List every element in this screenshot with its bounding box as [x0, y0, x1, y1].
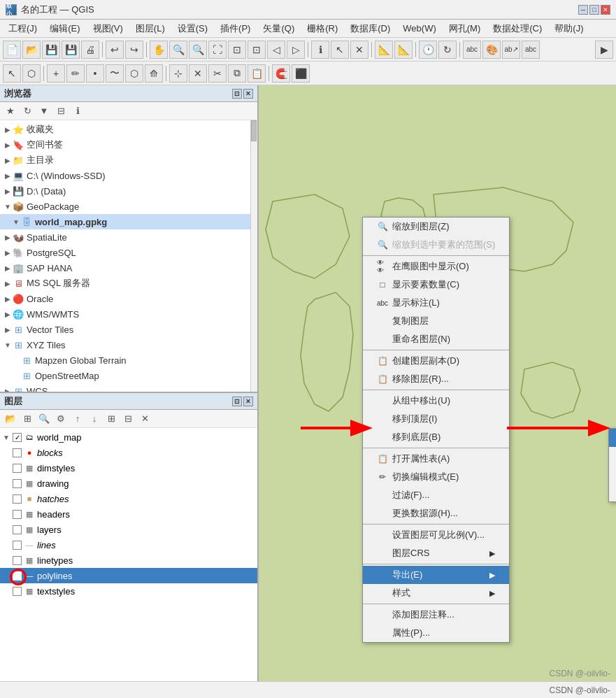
arrow-icon[interactable]: ▶	[3, 309, 13, 319]
browser-properties-button[interactable]: ℹ	[70, 104, 85, 118]
menu-plugins[interactable]: 插件(P)	[215, 21, 256, 36]
measure-button[interactable]: 📐	[375, 41, 393, 59]
ctx-properties[interactable]: 属性(P)...	[363, 624, 509, 642]
browser-item-saphana[interactable]: ▶ 🏢 SAP HANA	[0, 260, 250, 276]
arrow-icon[interactable]: ▶	[3, 232, 13, 242]
zoom-in-button[interactable]: 🔍	[169, 41, 187, 59]
layer-item-polylines[interactable]: ✓ — polylines	[0, 568, 257, 583]
layer-filter2-button[interactable]: ⚙	[53, 412, 69, 426]
browser-item-mssql[interactable]: ▶ 🖥 MS SQL 服务器	[0, 276, 250, 291]
browser-item-wms[interactable]: ▶ 🌐 WMS/WMTS	[0, 306, 250, 322]
browser-item-wcs[interactable]: ▶ ⊞ WCS	[0, 383, 250, 392]
arrow-icon[interactable]: ▶	[3, 171, 13, 180]
close-button[interactable]: ✕	[601, 5, 610, 15]
ctx-add-annotation[interactable]: 添加图层注释...	[363, 606, 509, 624]
browser-item-home[interactable]: ▶ 📁 主目录	[0, 152, 250, 168]
browser-add-button[interactable]: ★	[3, 104, 18, 118]
layer-add-button[interactable]: ⊞	[20, 412, 35, 426]
layer-item-worldmap-group[interactable]: ▼ ✓ 🗂 world_map	[0, 429, 257, 445]
browser-item-oracle[interactable]: ▶ 🔴 Oracle	[0, 291, 250, 306]
digitize-button[interactable]: ✏	[66, 64, 85, 83]
menu-edit[interactable]: 编辑(E)	[44, 21, 85, 36]
browser-item-favorites[interactable]: ▶ ⭐ 收藏夹	[0, 122, 250, 137]
menu-project[interactable]: 工程(J)	[3, 21, 43, 36]
style-button[interactable]: 🎨	[482, 41, 501, 59]
group-arrow-icon[interactable]: ▼	[3, 434, 13, 441]
ctx-open-attribute-table[interactable]: 📋 打开属性表(A)	[363, 450, 509, 468]
zoom-next-button[interactable]: ▷	[287, 41, 305, 59]
ctx-style[interactable]: 样式 ▶	[363, 584, 509, 602]
layer-item-dimstyles[interactable]: ▦ dimstyles	[0, 460, 257, 476]
browser-item-spatialite[interactable]: ▶ 🦦 SpatiaLite	[0, 229, 250, 245]
browser-item-osm[interactable]: ⊞ OpenStreetMap	[0, 368, 250, 383]
measure-area-button[interactable]: 📐	[394, 41, 413, 59]
layer-item-linetypes[interactable]: ▦ linetypes	[0, 553, 257, 568]
ctx-show-count[interactable]: □ 显示要素数量(C)	[363, 276, 509, 294]
layer-item-drawing[interactable]: ▦ drawing	[0, 476, 257, 491]
capture-polygon-button[interactable]: ⬡	[125, 64, 143, 83]
save-project-button[interactable]: 💾	[42, 41, 60, 59]
edit-cursor-button[interactable]: ↖	[3, 64, 21, 83]
pan-button[interactable]: ✋	[150, 41, 168, 59]
arrow-icon[interactable]: ▶	[3, 278, 13, 288]
print-button[interactable]: 🖨	[81, 41, 99, 59]
browser-scrollbar-thumb[interactable]	[251, 120, 257, 141]
worldmap-group-checkbox[interactable]: ✓	[13, 433, 22, 442]
submenu-save-selected-features[interactable]: 选中的要素另存为(S)...	[609, 447, 616, 465]
arrow-icon[interactable]: ▶	[3, 386, 13, 392]
browser-item-geopackage[interactable]: ▼ 📦 GeoPackage	[0, 199, 250, 214]
worldmap-arrow-icon[interactable]: ▼	[11, 217, 21, 227]
menu-raster[interactable]: 栅格(R)	[301, 21, 343, 36]
layer-up-button[interactable]: ↑	[70, 412, 85, 426]
redo-button[interactable]: ↪	[125, 41, 143, 59]
ctx-remove-layer[interactable]: 📋 移除图层(R)...	[363, 370, 509, 388]
layers-close-button[interactable]: ✕	[243, 397, 253, 406]
move-feature-button[interactable]: ⊹	[169, 64, 187, 83]
submenu-save-features-as[interactable]: 要素另存为(A)...	[609, 429, 616, 447]
layer-filter-button[interactable]: 🔍	[36, 412, 52, 426]
undo-button[interactable]: ↩	[106, 41, 124, 59]
menu-layer[interactable]: 图层(L)	[130, 21, 171, 36]
select-button[interactable]: ↖	[331, 41, 349, 59]
ctx-move-out-group[interactable]: 从组中移出(U)	[363, 392, 509, 410]
lines-checkbox[interactable]	[13, 541, 22, 550]
ctx-change-source[interactable]: 更换数据源(H)...	[363, 504, 509, 522]
layers-float-button[interactable]: ⊡	[232, 397, 242, 406]
xyztiles-arrow-icon[interactable]: ▼	[3, 340, 13, 350]
browser-item-ddrive[interactable]: ▶ 💾 D:\ (Data)	[0, 183, 250, 199]
browser-item-worldmap[interactable]: ▼ 🗄 world_map.gpkg	[0, 214, 250, 229]
submenu-save-layer-def[interactable]: 另存为图层定义文件(D)...	[609, 465, 616, 483]
hatches-checkbox[interactable]	[13, 494, 22, 504]
arrow-icon[interactable]: ▶	[3, 186, 13, 196]
refresh-button[interactable]: ↻	[438, 41, 457, 59]
menu-help[interactable]: 帮助(J)	[549, 21, 589, 36]
browser-item-postgresql[interactable]: ▶ 🐘 PostgreSQL	[0, 245, 250, 260]
layer-expand-button[interactable]: ⊞	[103, 412, 119, 426]
layer-collapse-button[interactable]: ⊟	[120, 412, 136, 426]
layer-remove-button[interactable]: ✕	[137, 412, 152, 426]
menu-vector[interactable]: 矢量(Q)	[257, 21, 300, 36]
menu-database[interactable]: 数据库(D)	[345, 21, 396, 36]
ctx-move-top[interactable]: 移到顶层(I)	[363, 410, 509, 428]
topology-button[interactable]: ⬛	[292, 64, 310, 83]
layer-item-lines[interactable]: — lines	[0, 537, 257, 553]
layer-item-headers[interactable]: ▦ headers	[0, 506, 257, 522]
menu-mesh[interactable]: 网孔(M)	[443, 21, 487, 36]
browser-collapse-button[interactable]: ⊟	[53, 104, 69, 118]
arrow-icon[interactable]: ▶	[3, 248, 13, 257]
deselect-button[interactable]: ✕	[350, 41, 368, 59]
menu-view[interactable]: 视图(V)	[87, 21, 129, 36]
clock-button[interactable]: 🕐	[419, 41, 437, 59]
ctx-rename-layer[interactable]: 重命名图层(N)	[363, 330, 509, 348]
more-button[interactable]: ▶	[595, 41, 613, 59]
cut-feature-button[interactable]: ✂	[208, 64, 227, 83]
layer-item-layers[interactable]: ▦ layers	[0, 522, 257, 537]
tips-button[interactable]: abc	[463, 41, 481, 59]
ctx-zoom-to-layer[interactable]: 🔍 缩放到图层(Z)	[363, 218, 509, 236]
layer-item-hatches[interactable]: ■ hatches	[0, 491, 257, 506]
ctx-set-scale[interactable]: 设置图层可见比例(V)...	[363, 526, 509, 544]
zoom-selection-button[interactable]: ⊡	[248, 41, 266, 59]
browser-item-vectortiles[interactable]: ▶ ⊞ Vector Tiles	[0, 322, 250, 337]
zoom-full-button[interactable]: ⛶	[208, 41, 227, 59]
save-as-button[interactable]: 💾	[62, 41, 80, 59]
